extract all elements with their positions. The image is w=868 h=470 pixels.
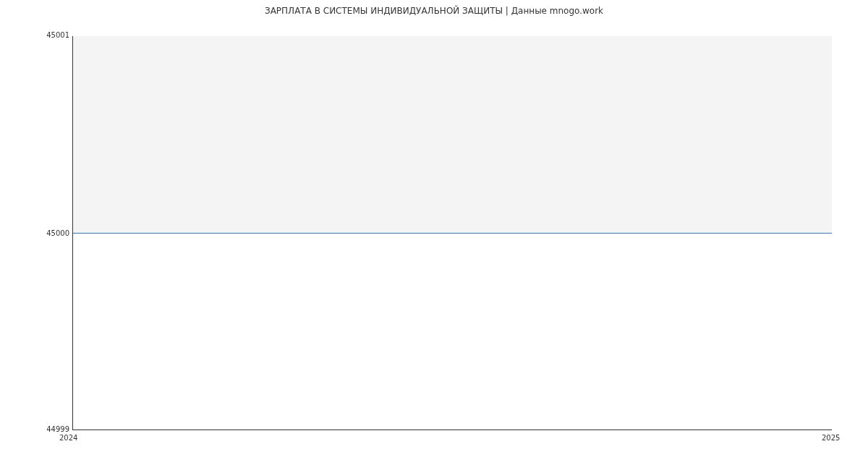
plot-background-lower [73, 233, 832, 430]
data-line [73, 233, 832, 234]
y-tick-label: 45001 [37, 31, 69, 39]
x-tick-label: 2024 [59, 434, 77, 442]
salary-chart: ЗАРПЛАТА В СИСТЕМЫ ИНДИВИДУАЛЬНОЙ ЗАЩИТЫ… [0, 0, 868, 470]
y-tick-label: 44999 [37, 425, 69, 433]
chart-title: ЗАРПЛАТА В СИСТЕМЫ ИНДИВИДУАЛЬНОЙ ЗАЩИТЫ… [0, 6, 868, 16]
x-tick-label: 2025 [822, 434, 840, 442]
y-tick-label: 45000 [37, 229, 69, 237]
plot-area [72, 36, 832, 430]
